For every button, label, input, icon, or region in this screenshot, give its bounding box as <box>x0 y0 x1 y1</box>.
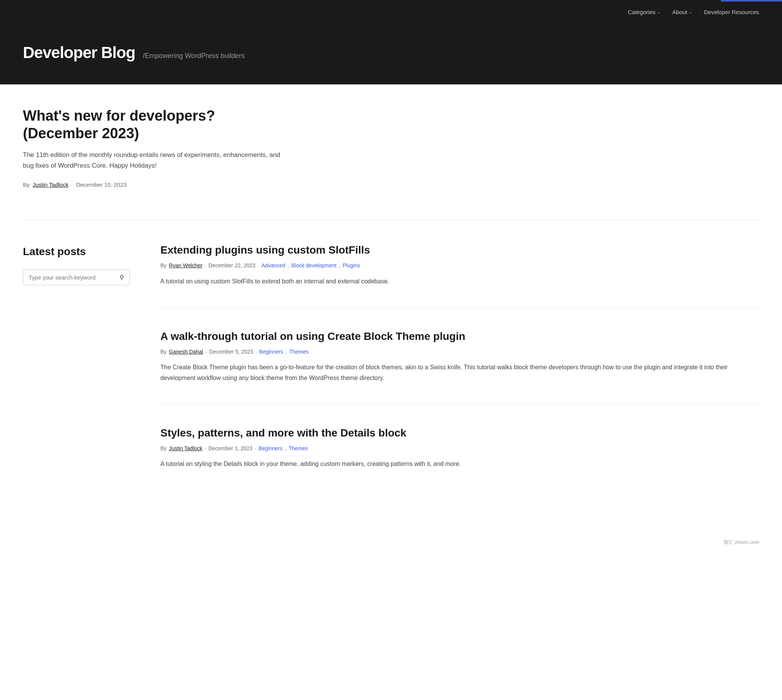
post-tag-advanced[interactable]: Advanced <box>261 261 285 270</box>
post-excerpt: A tutorial on using custom SlotFills to … <box>160 276 759 287</box>
nav-items-list: Categories ⌄ About ⌄ Developer Resources <box>628 8 759 17</box>
main-content: Latest posts ⚲ Extending plugins using c… <box>0 220 782 535</box>
hero-by-label: By <box>23 180 30 189</box>
developer-resources-label: Developer Resources <box>704 8 759 17</box>
post-title[interactable]: Extending plugins using custom SlotFills <box>160 243 759 257</box>
hero-author-link[interactable]: Justin Tadlock <box>33 180 69 189</box>
hero-section: What's new for developers? (December 202… <box>0 84 313 220</box>
post-excerpt: A tutorial on styling the Details block … <box>160 458 759 469</box>
post-tag-themes[interactable]: Themes <box>290 348 309 356</box>
post-date: December 1, 2023 <box>208 444 252 453</box>
hero-title[interactable]: What's new for developers? (December 202… <box>23 107 290 142</box>
post-meta-sep2: · <box>255 348 257 356</box>
post-meta: By Ryan Welcher · December 22, 2023 · Ad… <box>160 261 759 270</box>
top-navigation: Categories ⌄ About ⌄ Developer Resources <box>0 0 782 25</box>
site-tagline: /Empowering WordPress builders <box>143 50 245 62</box>
sidebar: Latest posts ⚲ <box>23 243 130 512</box>
post-tag-block-dev[interactable]: Block development <box>291 261 336 270</box>
post-tag-beginners2[interactable]: Beginners <box>258 444 283 453</box>
post-item: A walk-through tutorial on using Create … <box>160 330 759 405</box>
post-by-label: By <box>160 261 166 270</box>
post-tag-plugins[interactable]: Plugins <box>343 261 360 270</box>
site-title[interactable]: Developer Blog <box>23 40 135 65</box>
post-meta-sep1: · <box>205 348 207 356</box>
nav-item-developer-resources[interactable]: Developer Resources <box>704 8 759 17</box>
search-input[interactable] <box>23 270 114 285</box>
post-by-label: By <box>160 444 166 453</box>
post-meta-sep1: · <box>205 444 206 453</box>
post-excerpt: The Create Block Theme plugin has been a… <box>160 362 759 383</box>
search-icon: ⚲ <box>120 274 124 281</box>
post-date: December 22, 2023 <box>208 261 255 270</box>
post-author-link[interactable]: Ganesh Dahal <box>169 348 203 356</box>
hero-excerpt: The 11th edition of the monthly roundup … <box>23 150 290 171</box>
post-meta: By Ganesh Dahal · December 5, 2023 · Beg… <box>160 348 759 356</box>
post-meta: By Justin Tadlock · December 1, 2023 · B… <box>160 444 759 453</box>
site-header-inner: Developer Blog /Empowering WordPress bui… <box>23 40 759 65</box>
sidebar-title: Latest posts <box>23 243 130 260</box>
post-meta-sep2: · <box>258 261 259 270</box>
post-tag-beginners[interactable]: Beginners <box>259 348 283 356</box>
hero-meta: By Justin Tadlock · December 10, 2023 <box>23 180 290 189</box>
post-item: Extending plugins using custom SlotFills… <box>160 243 759 308</box>
post-meta-sep1: · <box>205 261 206 270</box>
posts-list: Extending plugins using custom SlotFills… <box>160 243 759 512</box>
post-meta-sep2: · <box>255 444 256 453</box>
post-title[interactable]: A walk-through tutorial on using Create … <box>160 330 759 343</box>
watermark: 智汇 zhuon.com <box>0 535 782 554</box>
categories-chevron-icon: ⌄ <box>657 9 660 15</box>
nav-item-about[interactable]: About ⌄ <box>672 8 692 17</box>
post-by-label: By <box>160 348 166 356</box>
nav-item-categories[interactable]: Categories ⌄ <box>628 8 660 17</box>
site-header: Developer Blog /Empowering WordPress bui… <box>0 25 782 84</box>
search-box: ⚲ <box>23 270 130 285</box>
categories-label: Categories <box>628 8 656 17</box>
search-button[interactable]: ⚲ <box>114 270 130 285</box>
post-author-link[interactable]: Ryan Welcher <box>169 261 202 270</box>
post-tag-themes2[interactable]: Themes <box>289 444 308 453</box>
about-chevron-icon: ⌄ <box>689 9 692 15</box>
post-item: Styles, patterns, and more with the Deta… <box>160 426 759 491</box>
hero-date: December 10, 2023 <box>77 180 127 189</box>
post-author-link[interactable]: Justin Tadlock <box>169 444 202 453</box>
hero-meta-separator: · <box>72 180 73 189</box>
about-label: About <box>672 8 687 17</box>
post-title[interactable]: Styles, patterns, and more with the Deta… <box>160 426 759 440</box>
post-date: December 5, 2023 <box>209 348 253 356</box>
